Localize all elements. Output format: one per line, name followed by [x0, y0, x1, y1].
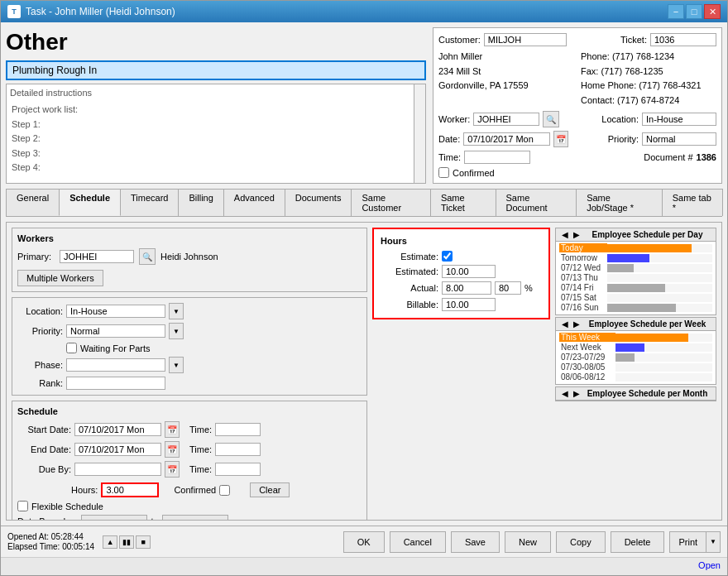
hours-input-sched[interactable]	[101, 482, 159, 497]
time-up-btn[interactable]: ▲	[103, 535, 117, 549]
save-button[interactable]: Save	[451, 531, 500, 553]
print-dropdown-btn[interactable]: ▼	[706, 531, 721, 553]
phase-input[interactable]	[66, 358, 165, 372]
tab-same-document[interactable]: Same Document	[496, 189, 577, 216]
rank-input[interactable]	[66, 377, 165, 390]
new-button[interactable]: New	[505, 531, 551, 553]
confirmed-checkbox-sched[interactable]	[219, 485, 230, 496]
tab-same-customer[interactable]: Same Customer	[351, 189, 430, 216]
open-bar: Open	[1, 557, 727, 575]
copy-button[interactable]: Copy	[556, 531, 606, 553]
primary-worker-lookup[interactable]: 🔍	[139, 248, 156, 265]
priority-select-top[interactable]: NormalHighLowUrgent	[642, 132, 716, 146]
date-boundary-from-input[interactable]	[81, 515, 147, 521]
primary-worker-input[interactable]	[60, 250, 134, 263]
cal-month-next-btn[interactable]: ▶	[571, 389, 582, 398]
start-time-input[interactable]	[215, 423, 261, 436]
cal-day-next-btn[interactable]: ▶	[571, 230, 582, 239]
location-select-top[interactable]: In-HouseOn-SiteRemote	[642, 113, 716, 126]
billable-input[interactable]	[442, 298, 496, 311]
cal-tomorrow-bar	[607, 254, 649, 262]
actual-pct-input[interactable]	[495, 281, 521, 295]
estimated-input[interactable]	[442, 265, 496, 278]
tab-documents[interactable]: Documents	[285, 189, 352, 216]
schedule-left-column: Workers Primary: 🔍 Heidi Johnson Multipl…	[12, 228, 367, 515]
priority-dropdown-btn[interactable]: ▼	[169, 323, 184, 339]
ok-button[interactable]: OK	[343, 531, 385, 553]
date-label-top: Date:	[438, 134, 460, 144]
date-cal-button-top[interactable]: 📅	[553, 131, 568, 147]
cal-row-sat: 07/15 Sat	[559, 293, 712, 302]
cal-wk3-bar	[615, 353, 635, 362]
time-input-top[interactable]	[464, 151, 530, 164]
tab-general[interactable]: General	[6, 189, 60, 216]
cal-week-next-btn[interactable]: ▶	[571, 319, 582, 329]
date-boundary-label: Date Boundary	[17, 516, 78, 521]
due-by-input[interactable]	[74, 463, 161, 476]
estimate-checkbox[interactable]	[442, 251, 453, 262]
instructions-placeholder: Detailed instructions	[10, 88, 422, 98]
cancel-button[interactable]: Cancel	[390, 531, 446, 553]
tab-advanced[interactable]: Advanced	[223, 189, 285, 216]
end-date-input[interactable]	[74, 443, 161, 456]
actual-input[interactable]	[442, 281, 491, 295]
cal-fri-label: 07/14 Fri	[559, 283, 607, 292]
cal-nextweek-bar-container	[615, 343, 712, 352]
schedule-group-title: Schedule	[17, 406, 362, 416]
waiting-for-parts-checkbox[interactable]	[66, 343, 77, 353]
phase-dropdown-btn[interactable]: ▼	[169, 357, 184, 373]
cal-thu-bar-container	[607, 274, 712, 282]
start-date-input[interactable]	[74, 423, 161, 436]
task-name-field[interactable]	[6, 60, 426, 80]
location-row-sched: Location: ▼	[17, 303, 362, 319]
tab-timecard[interactable]: Timecard	[120, 189, 179, 216]
window-title: Task - John Miller (Heidi Johnson)	[26, 6, 175, 17]
calendar-week-panel: ◀ ▶ Employee Schedule per Week This Week	[555, 317, 716, 385]
end-date-cal-btn[interactable]: 📅	[165, 441, 180, 458]
end-time-input[interactable]	[215, 443, 261, 456]
priority-label-sched: Priority:	[17, 326, 63, 336]
ticket-input[interactable]	[650, 33, 716, 46]
priority-input-sched[interactable]	[66, 324, 165, 338]
workers-group-title: Workers	[17, 233, 362, 243]
tab-schedule[interactable]: Schedule	[59, 189, 121, 216]
due-time-input[interactable]	[215, 463, 261, 476]
location-dropdown-btn[interactable]: ▼	[169, 303, 184, 319]
date-input-top[interactable]	[463, 132, 550, 146]
estimate-label: Estimate:	[381, 252, 438, 262]
start-date-cal-btn[interactable]: 📅	[165, 421, 180, 438]
tab-billing[interactable]: Billing	[178, 189, 223, 216]
time-pause-btn[interactable]: ▮▮	[119, 535, 134, 549]
cal-wk5-bar-container	[615, 373, 712, 382]
location-priority-group: Location: ▼ Priority: ▼ Waiting For Part…	[12, 297, 367, 396]
tab-same-job[interactable]: Same Job/Stage *	[576, 189, 663, 216]
close-button[interactable]: ✕	[704, 4, 721, 19]
confirmed-checkbox-top[interactable]	[438, 167, 449, 178]
instructions-scrollbar[interactable]	[414, 84, 425, 183]
confirmed-label-sched: Confirmed	[174, 485, 216, 495]
minimize-button[interactable]: −	[668, 4, 684, 19]
multiple-workers-button[interactable]: Multiple Workers	[17, 270, 103, 286]
print-button[interactable]: Print	[669, 531, 706, 553]
worker-input[interactable]	[473, 113, 539, 126]
tabs-bar: General Schedule Timecard Billing Advanc…	[6, 189, 722, 217]
cal-week-prev-btn[interactable]: ◀	[559, 319, 571, 329]
cal-month-prev-btn[interactable]: ◀	[559, 389, 571, 398]
clear-button[interactable]: Clear	[250, 482, 290, 497]
delete-button[interactable]: Delete	[611, 531, 665, 553]
cal-day-prev-btn[interactable]: ◀	[559, 230, 571, 239]
cal-row-fri: 07/14 Fri	[559, 283, 712, 292]
due-by-cal-btn[interactable]: 📅	[165, 461, 180, 478]
date-boundary-end-input[interactable]	[162, 515, 228, 521]
title-bar-left: T Task - John Miller (Heidi Johnson)	[7, 5, 175, 18]
time-label-top: Time:	[438, 152, 461, 162]
worker-lookup-button[interactable]: 🔍	[543, 111, 559, 127]
customer-input[interactable]	[484, 33, 567, 46]
tab-same-ticket[interactable]: Same Ticket	[430, 189, 496, 216]
location-input-sched[interactable]	[66, 305, 165, 318]
tab-same-tab[interactable]: Same tab *	[662, 189, 723, 216]
flexible-schedule-checkbox[interactable]	[17, 501, 28, 511]
open-link[interactable]: Open	[698, 560, 721, 570]
time-stop-btn[interactable]: ■	[136, 535, 151, 549]
maximize-button[interactable]: □	[686, 4, 702, 19]
